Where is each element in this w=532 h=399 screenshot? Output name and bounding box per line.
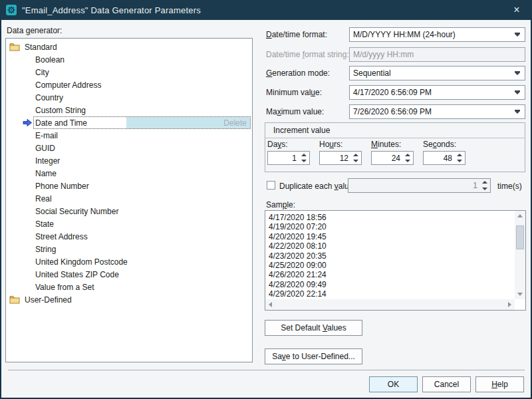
tree-item-name[interactable]: Name <box>6 167 252 180</box>
tree-item-label: Social Security Number <box>6 207 118 216</box>
spin-up-icon[interactable] <box>351 152 360 158</box>
spin-down-icon[interactable] <box>299 158 309 165</box>
tree-item-label: Value from a Set <box>6 283 94 292</box>
cancel-label: Cancel <box>434 380 459 389</box>
selected-item-arrow-icon <box>23 118 33 127</box>
spin-down-icon[interactable] <box>455 158 464 165</box>
tree-item-label: Real <box>6 194 52 203</box>
sample-item[interactable]: 4/23/2020 20:35 <box>269 251 514 261</box>
tree-item-value-from-a-set[interactable]: Value from a Set <box>6 281 252 293</box>
chevron-down-icon <box>515 72 520 75</box>
tree-item-label: Name <box>6 169 57 178</box>
sample-item[interactable]: 4/29/2020 22:14 <box>269 289 514 299</box>
generation-mode-combo[interactable]: Sequential <box>349 66 525 80</box>
sample-item[interactable]: 4/20/2020 19:45 <box>269 232 514 241</box>
scroll-up-icon[interactable] <box>517 214 523 217</box>
seconds-value: 48 <box>444 154 452 163</box>
ok-label: OK <box>388 380 399 389</box>
seconds-stepper[interactable]: 48 <box>423 151 466 165</box>
spin-up-icon[interactable] <box>403 152 412 158</box>
scroll-left-icon[interactable] <box>269 302 272 307</box>
close-button[interactable]: × <box>501 0 532 20</box>
tree-item-integer[interactable]: Integer <box>6 154 252 167</box>
spin-up-icon[interactable] <box>455 152 464 158</box>
spin-down-icon[interactable] <box>351 158 360 165</box>
tree-item-string[interactable]: String <box>6 243 252 255</box>
horizontal-scrollbar[interactable] <box>265 299 515 310</box>
sample-item[interactable]: 4/25/2020 09:00 <box>269 261 514 270</box>
tree-item-standard[interactable]: Standard <box>6 41 252 53</box>
tree-item-country[interactable]: Country <box>6 91 252 104</box>
sample-item[interactable]: 4/26/2020 21:24 <box>269 270 514 279</box>
hours-value: 12 <box>340 154 348 163</box>
duplicate-each-value-checkbox[interactable] <box>267 181 275 190</box>
scroll-down-icon[interactable] <box>517 293 523 296</box>
datetime-format-label: Date/time format: <box>266 30 327 39</box>
ok-button[interactable]: OK <box>369 376 418 392</box>
tree-item-custom-string[interactable]: Custom String <box>6 104 252 116</box>
duplicate-count-stepper: 1 <box>348 178 491 193</box>
tree-item-phone-number[interactable]: Phone Number <box>6 180 252 192</box>
minutes-label: Minutes: <box>371 140 401 149</box>
tree-item-label: User-Defined <box>25 295 72 305</box>
tree-item-united-states-zip-code[interactable]: United States ZIP Code <box>6 268 252 281</box>
minutes-stepper[interactable]: 24 <box>371 151 414 165</box>
sample-item[interactable]: 4/19/2020 07:20 <box>269 222 514 231</box>
tree-item-label: Country <box>6 93 63 102</box>
days-stepper[interactable]: 1 <box>267 151 310 165</box>
tree-item-label: United States ZIP Code <box>6 270 119 279</box>
spin-up-icon[interactable] <box>480 179 489 186</box>
sample-item[interactable]: 4/28/2020 09:49 <box>269 280 514 289</box>
cancel-button[interactable]: Cancel <box>422 376 471 392</box>
tree-item-guid[interactable]: GUID <box>6 142 252 154</box>
spin-down-icon[interactable] <box>403 158 412 165</box>
seconds-label: Seconds: <box>423 140 456 149</box>
chevron-down-icon <box>515 92 520 94</box>
tree-item-label: GUID <box>6 144 55 153</box>
tree-item-city[interactable]: City <box>6 66 252 78</box>
spin-up-icon[interactable] <box>299 152 309 158</box>
vertical-scrollbar[interactable] <box>515 211 525 299</box>
tree-item-state[interactable]: State <box>6 217 252 230</box>
hours-label: Hours: <box>319 140 342 149</box>
tree-item-united-kingdom-postcode[interactable]: United Kingdom Postcode <box>6 255 252 268</box>
help-button[interactable]: Help <box>475 376 524 392</box>
tree-item-social-security-number[interactable]: Social Security Number <box>6 205 252 217</box>
save-to-user-defined-button[interactable]: Save to User-Defined... <box>265 348 362 364</box>
hours-stepper[interactable]: 12 <box>319 151 362 165</box>
tree-item-real[interactable]: Real <box>6 192 252 205</box>
set-default-values-button[interactable]: Set Default Values <box>265 320 362 336</box>
days-label: Days: <box>267 140 288 149</box>
sample-label: Sample: <box>266 200 295 209</box>
datetime-format-combo[interactable]: M/D/YYYY HH:MM (24-hour) <box>349 27 525 42</box>
tree-item-label: String <box>6 245 56 254</box>
maximum-value-combo[interactable]: 7/26/2020 6:56:09 PM <box>349 104 525 119</box>
minimum-value-label: Minimum value: <box>266 88 322 97</box>
tree-item-label: Phone Number <box>6 182 89 191</box>
selected-row-focusbox: Date and TimeDelete <box>33 116 251 129</box>
tree-item-label: Computer Address <box>6 80 101 90</box>
sample-item[interactable]: 4/22/2020 08:10 <box>269 241 514 251</box>
tree-item-computer-address[interactable]: Computer Address <box>6 78 252 91</box>
format-string-input: M/d/yyyy HH:mm <box>349 47 525 62</box>
scrollbar-thumb[interactable] <box>516 225 524 249</box>
tree-item-date-and-time[interactable]: Date and TimeDelete <box>6 116 252 129</box>
chevron-down-icon <box>515 111 520 114</box>
duplicate-each-value-label: Duplicate each value <box>279 182 353 191</box>
duplicate-count-value: 1 <box>473 181 477 190</box>
delete-inline-button[interactable]: Delete <box>126 117 250 128</box>
data-generator-tree: StandardBooleanCityComputer AddressCount… <box>5 38 253 362</box>
spin-down-icon[interactable] <box>480 186 489 192</box>
tree-item-street-address[interactable]: Street Address <box>6 230 252 243</box>
sample-item[interactable]: 4/17/2020 18:56 <box>269 213 514 222</box>
days-value: 1 <box>292 154 297 163</box>
maximum-value-label: Maximum value: <box>266 107 324 116</box>
tree-item-user-defined[interactable]: User-Defined <box>6 293 252 306</box>
tree-item-boolean[interactable]: Boolean <box>6 53 252 66</box>
minimum-value-combo[interactable]: 4/17/2020 6:56:09 PM <box>349 85 525 100</box>
scroll-right-icon[interactable] <box>508 302 511 307</box>
title-bar: "Email_Address" Data Generator Parameter… <box>0 0 532 20</box>
tree-item-e-mail[interactable]: E-mail <box>6 129 252 142</box>
tree-item-label: State <box>6 219 54 229</box>
tree-item-label: Custom String <box>6 106 86 115</box>
